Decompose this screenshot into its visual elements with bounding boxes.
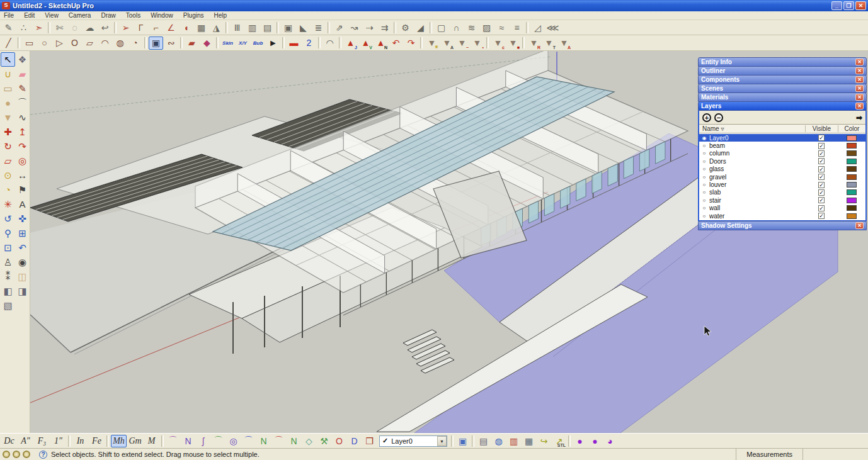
zoom-tool[interactable]: ⚲ <box>1 226 15 240</box>
tool-m[interactable]: M <box>144 435 159 447</box>
funnel-a2-icon[interactable]: ▼A <box>557 36 571 50</box>
menu-tools[interactable]: Tools <box>126 12 140 19</box>
visible-checkbox[interactable]: ✓ <box>818 143 825 149</box>
export-stl-icon[interactable]: ↗STL <box>552 434 566 447</box>
circle-tool[interactable]: ● <box>1 96 15 110</box>
menu-file[interactable]: File <box>4 12 14 19</box>
scissors-icon[interactable]: ✄ <box>52 21 67 34</box>
extrude-stack-2-icon[interactable]: ▥ <box>245 21 260 34</box>
menu-camera[interactable]: Camera <box>69 12 91 19</box>
wrench-icon[interactable]: ⚒ <box>317 434 331 447</box>
section-fill-toggle[interactable]: ▧ <box>1 298 15 313</box>
sheets-icon[interactable]: ≣ <box>311 21 326 34</box>
menu-view[interactable]: View <box>45 12 59 19</box>
extrude-stack-1-icon[interactable]: Ⅲ <box>230 21 244 34</box>
ramp-icon[interactable]: ◢ <box>413 21 428 34</box>
red-arrow-icon[interactable]: ➢ <box>118 21 133 34</box>
layer-color-swatch[interactable] <box>847 182 857 188</box>
wave-layers-icon[interactable]: ≈ <box>494 21 509 34</box>
layer-radio[interactable]: ○ <box>699 150 709 156</box>
close-icon[interactable]: ✕ <box>855 222 864 229</box>
spiral-icon[interactable]: ◎ <box>226 434 241 447</box>
dimension-tool[interactable]: ↔ <box>15 168 30 182</box>
layer-color-swatch[interactable] <box>847 150 857 156</box>
render-sphere-3-icon[interactable]: ◕ <box>603 434 617 447</box>
skin-tool[interactable]: Skin <box>220 36 235 50</box>
text-tool[interactable]: ⚑ <box>15 182 30 197</box>
shape-d-icon[interactable]: D <box>347 434 362 447</box>
close-icon[interactable]: ✕ <box>855 94 864 101</box>
select-tool[interactable]: ↖ <box>1 52 15 67</box>
parallelogram-shape-icon[interactable]: ▱ <box>83 36 97 50</box>
visible-checkbox[interactable]: ✓ <box>818 135 825 141</box>
curve-s-icon[interactable]: ʃ <box>196 434 210 447</box>
funnel-star-icon[interactable]: ▼✳ <box>425 36 439 50</box>
blue-2-icon[interactable]: 2 <box>302 36 316 50</box>
arc-green-icon[interactable]: ⌒ <box>211 434 226 447</box>
flag-plane-icon[interactable]: ▣ <box>281 21 295 34</box>
ellipse-shape-icon[interactable]: O <box>67 36 82 50</box>
triangle-shape-icon[interactable]: ▷ <box>52 36 67 50</box>
move-tool[interactable]: ✚ <box>1 125 15 139</box>
tool-f3[interactable]: F₃ <box>34 435 50 447</box>
close-icon[interactable]: ✕ <box>855 103 864 109</box>
share-arrow-icon[interactable]: ↪ <box>537 434 551 447</box>
panel-bar-scenes[interactable]: Scenes✕ <box>698 84 867 93</box>
drop-j-icon[interactable]: ▲J <box>343 36 358 50</box>
ellipse-red-icon[interactable]: O <box>332 434 346 447</box>
help-icon[interactable]: ? <box>39 451 47 459</box>
follow-me-tool[interactable]: ↷ <box>15 139 30 154</box>
hook-curve-icon[interactable]: ↩ <box>98 21 112 34</box>
look-around-tool[interactable]: ◉ <box>15 255 30 269</box>
zoom-window-tool[interactable]: ⊞ <box>15 226 30 240</box>
visible-checkbox[interactable]: ✓ <box>818 197 825 203</box>
xy-tool[interactable]: X/Y <box>236 36 250 50</box>
layer-color-swatch[interactable] <box>847 135 857 141</box>
column-header-visible[interactable]: Visible <box>805 125 838 132</box>
funnel-cup-icon[interactable]: ▼c <box>491 36 505 50</box>
arc-red-icon[interactable]: ⌒ <box>271 434 286 447</box>
combo-dropdown-arrow[interactable]: ▼ <box>437 436 447 446</box>
visible-checkbox[interactable]: ✓ <box>818 213 825 219</box>
layer-row-beam[interactable]: ○beam✓ <box>699 142 865 149</box>
panel-bar-materials[interactable]: Materials✕ <box>698 93 867 102</box>
circle-shape-icon[interactable]: ○ <box>37 36 52 50</box>
layer-color-swatch[interactable] <box>847 166 857 172</box>
visible-checkbox[interactable]: ✓ <box>818 182 825 188</box>
tool-a-inch[interactable]: A″ <box>18 435 33 447</box>
visible-checkbox[interactable]: ✓ <box>818 189 825 196</box>
zoom-previous-tool[interactable]: ↶ <box>15 240 30 255</box>
tape-measure-tool[interactable]: ⊙ <box>1 168 15 182</box>
angle-pencil-icon[interactable]: ∠ <box>164 21 178 34</box>
menu-window[interactable]: Window <box>151 12 173 19</box>
visible-checkbox[interactable]: ✓ <box>818 158 825 164</box>
red-polygon-icon[interactable]: ▰ <box>185 36 199 50</box>
push-pull-tool[interactable]: ↥ <box>15 125 30 139</box>
arc-over-icon[interactable]: ◠ <box>323 36 337 50</box>
3d-text-tool[interactable]: A <box>15 197 30 211</box>
panel-bar-layers[interactable]: Layers✕ <box>698 101 867 111</box>
layer-color-swatch[interactable] <box>847 189 857 195</box>
diamond-icon[interactable]: ◆ <box>200 36 214 50</box>
layer-radio[interactable]: ○ <box>699 182 709 188</box>
layer-color-swatch[interactable] <box>847 159 857 164</box>
column-header-name[interactable]: Name ▿ <box>699 125 805 132</box>
zigzag-green-icon[interactable]: N <box>256 434 271 447</box>
polyline-n-icon[interactable]: N <box>181 434 195 447</box>
layer-radio[interactable]: ◉ <box>699 135 709 141</box>
remove-layer-button[interactable]: − <box>714 113 723 122</box>
layer-radio[interactable]: ○ <box>699 174 709 180</box>
layer-radio[interactable]: ○ <box>699 198 709 203</box>
tool-mh[interactable]: Mh <box>111 435 127 447</box>
arc-tool[interactable]: ⌒ <box>15 96 30 110</box>
fan-surface-icon[interactable]: ◿ <box>530 21 545 34</box>
arc-blue-icon[interactable]: ⌒ <box>241 434 256 447</box>
menu-plugins[interactable]: Plugins <box>183 12 204 19</box>
curve-c-icon[interactable]: ◖ <box>179 21 193 34</box>
layer-row-water[interactable]: ○water✓ <box>699 212 865 220</box>
layer-row-layer0[interactable]: ◉Layer0✓ <box>699 134 865 142</box>
protractor-tool[interactable]: ◔ <box>1 182 15 197</box>
curve-points-icon[interactable]: ∴ <box>16 21 31 34</box>
render-sphere-2-icon[interactable]: ● <box>588 434 602 447</box>
layer-radio[interactable]: ○ <box>699 143 709 149</box>
